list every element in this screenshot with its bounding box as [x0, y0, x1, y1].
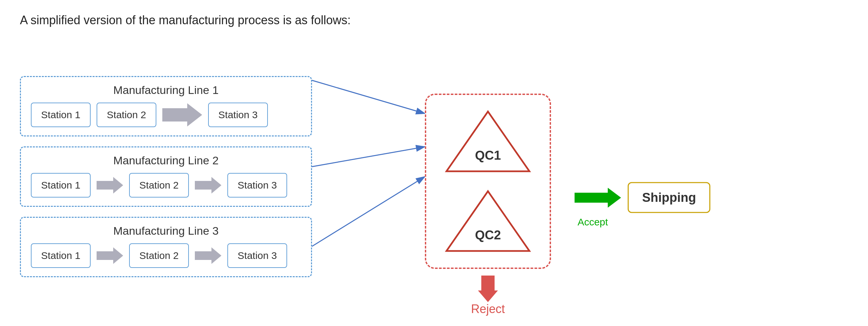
arrow-1 [162, 103, 202, 126]
arrow-3b [195, 247, 221, 264]
mfg-line-2-title: Manufacturing Line 2 [31, 154, 301, 167]
svg-line-5 [312, 80, 425, 114]
arrow-2b [195, 177, 221, 194]
svg-marker-11 [446, 112, 529, 171]
station-2-2: Station 2 [129, 173, 189, 198]
qc2-label: QC2 [475, 228, 501, 242]
shipping-box: Shipping [628, 182, 710, 213]
mfg-line-1: Manufacturing Line 1 Station 1 Station 2… [20, 76, 312, 137]
accept-arrow-svg [575, 187, 621, 207]
mfg-line-3-title: Manufacturing Line 3 [31, 225, 301, 237]
accept-label: Accept [578, 216, 608, 228]
svg-marker-4 [195, 247, 221, 264]
mfg-line-2: Manufacturing Line 2 Station 1 Station 2 [20, 146, 312, 207]
svg-line-7 [312, 177, 425, 246]
qc2-triangle-svg: QC2 [445, 188, 531, 254]
reject-label: Reject [471, 302, 505, 316]
shipping-label: Shipping [642, 190, 696, 205]
arrow-3a [97, 247, 123, 264]
reject-arrow-svg [478, 275, 498, 302]
mfg-lines-section: Manufacturing Line 1 Station 1 Station 2… [20, 76, 312, 277]
qc1-label: QC1 [475, 148, 501, 162]
qc1-triangle-container: QC1 [445, 108, 531, 175]
station-2-3: Station 3 [227, 173, 287, 198]
svg-line-6 [312, 147, 425, 167]
station-3-2: Station 2 [129, 243, 189, 268]
connector-region: QC1 QC2 Reject [312, 40, 848, 313]
svg-marker-1 [97, 177, 123, 194]
qc-container: QC1 QC2 Reject [425, 94, 551, 316]
station-1-3: Station 3 [208, 102, 268, 127]
station-1-1: Station 1 [31, 102, 91, 127]
station-3-1: Station 1 [31, 243, 91, 268]
svg-marker-14 [575, 187, 621, 207]
station-1-2: Station 2 [97, 102, 156, 127]
qc-box: QC1 QC2 [425, 94, 551, 269]
accept-section: Shipping Accept [575, 182, 710, 228]
svg-marker-3 [97, 247, 123, 264]
intro-text: A simplified version of the manufacturin… [20, 13, 848, 27]
stations-row-1: Station 1 Station 2 Station 3 [31, 102, 301, 127]
qc1-triangle-svg: QC1 [445, 108, 531, 175]
svg-marker-12 [446, 191, 529, 251]
mfg-line-1-title: Manufacturing Line 1 [31, 84, 301, 97]
mfg-line-3: Manufacturing Line 3 Station 1 Station 2 [20, 217, 312, 277]
connector-svg [312, 40, 848, 313]
diagram-area: Manufacturing Line 1 Station 1 Station 2… [20, 40, 848, 313]
station-3-3: Station 3 [227, 243, 287, 268]
svg-marker-0 [162, 103, 202, 126]
qc2-triangle-container: QC2 [445, 188, 531, 254]
page-container: A simplified version of the manufacturin… [0, 0, 868, 326]
arrow-2a [97, 177, 123, 194]
svg-marker-2 [195, 177, 221, 194]
stations-row-2: Station 1 Station 2 Station 3 [31, 173, 301, 198]
reject-section: Reject [425, 275, 551, 316]
stations-row-3: Station 1 Station 2 Station 3 [31, 243, 301, 268]
accept-arrow-row: Shipping [575, 182, 710, 213]
svg-marker-13 [478, 275, 498, 302]
station-2-1: Station 1 [31, 173, 91, 198]
